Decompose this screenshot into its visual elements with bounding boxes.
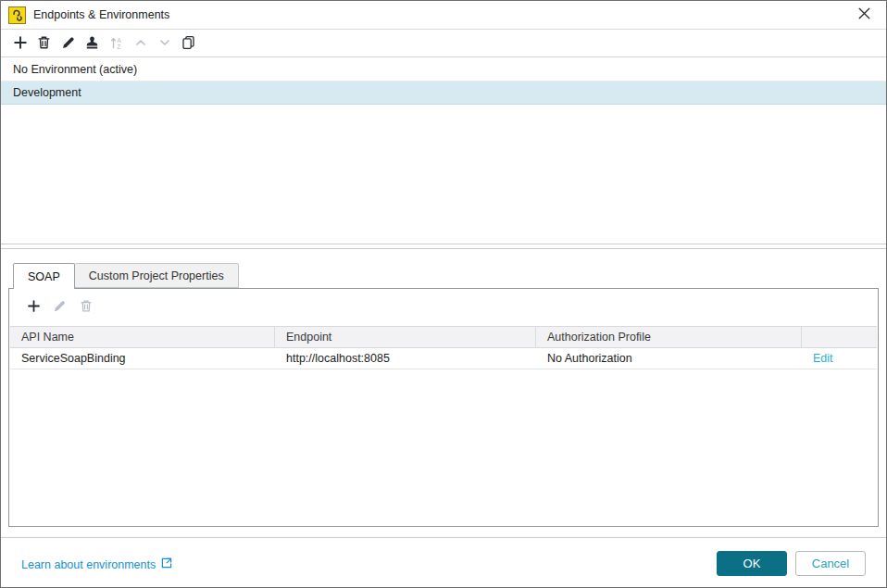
edit-endpoint-link[interactable]: Edit bbox=[813, 352, 833, 365]
delete-environment-button[interactable] bbox=[36, 36, 52, 52]
delete-endpoint-button[interactable] bbox=[78, 300, 94, 316]
table-row[interactable]: ServiceSoapBinding http://localhost:8085… bbox=[10, 348, 877, 369]
splitter-divider bbox=[1, 244, 886, 249]
environment-list: No Environment (active) Development bbox=[1, 58, 886, 105]
environment-item-development[interactable]: Development bbox=[1, 81, 886, 105]
move-environment-up-button[interactable] bbox=[132, 36, 148, 52]
chevron-down-icon bbox=[158, 36, 171, 52]
chevron-up-icon bbox=[134, 36, 147, 52]
close-icon bbox=[858, 7, 870, 22]
tab-custom-project-properties[interactable]: Custom Project Properties bbox=[75, 263, 239, 288]
footer-divider bbox=[1, 537, 886, 538]
svg-text:Z: Z bbox=[117, 43, 120, 49]
environment-label: No Environment (active) bbox=[13, 63, 137, 76]
learn-link-label: Learn about environments bbox=[21, 558, 156, 571]
pencil-icon bbox=[53, 299, 67, 316]
plus-icon bbox=[27, 299, 41, 316]
cancel-button[interactable]: Cancel bbox=[795, 551, 866, 576]
environment-label: Development bbox=[13, 86, 81, 99]
pencil-icon bbox=[61, 35, 76, 53]
plus-icon bbox=[13, 35, 28, 53]
close-button[interactable] bbox=[851, 3, 877, 27]
environment-item-no-environment[interactable]: No Environment (active) bbox=[1, 58, 886, 81]
add-environment-button[interactable] bbox=[12, 36, 28, 52]
column-header-api-name: API Name bbox=[10, 327, 275, 347]
clone-environment-button[interactable] bbox=[84, 36, 100, 52]
dialog-title: Endpoints & Environments bbox=[33, 8, 851, 21]
external-link-icon bbox=[161, 557, 172, 571]
sort-environments-button[interactable]: A Z bbox=[108, 36, 124, 52]
copy-environment-button[interactable] bbox=[181, 36, 196, 52]
trash-icon bbox=[37, 35, 51, 53]
api-name-cell: ServiceSoapBinding bbox=[10, 348, 275, 369]
app-logo-icon bbox=[8, 6, 26, 24]
tab-bar: SOAP Custom Project Properties bbox=[13, 263, 239, 289]
endpoints-table: API Name Endpoint Authorization Profile … bbox=[10, 326, 877, 369]
tab-soap[interactable]: SOAP bbox=[13, 263, 75, 289]
stamp-icon bbox=[85, 35, 99, 53]
edit-environment-button[interactable] bbox=[60, 36, 76, 52]
endpoints-table-header: API Name Endpoint Authorization Profile bbox=[10, 326, 877, 348]
column-header-actions bbox=[802, 327, 877, 347]
edit-endpoint-button[interactable] bbox=[52, 300, 68, 316]
copy-icon bbox=[181, 35, 195, 53]
tab-label: Custom Project Properties bbox=[89, 269, 224, 282]
environments-toolbar: A Z bbox=[1, 31, 886, 57]
endpoint-cell: http://localhost:8085 bbox=[275, 348, 536, 369]
soap-endpoints-panel: API Name Endpoint Authorization Profile … bbox=[8, 288, 879, 527]
auth-profile-cell: No Authorization bbox=[536, 348, 802, 369]
sort-az-icon: A Z bbox=[109, 35, 124, 53]
add-endpoint-button[interactable] bbox=[26, 300, 42, 316]
title-bar: Endpoints & Environments bbox=[1, 1, 886, 30]
endpoints-environments-dialog: Endpoints & Environments bbox=[0, 0, 887, 588]
tab-label: SOAP bbox=[28, 270, 60, 283]
move-environment-down-button[interactable] bbox=[156, 36, 172, 52]
svg-text:A: A bbox=[117, 36, 121, 43]
endpoints-toolbar bbox=[9, 289, 878, 326]
ok-button[interactable]: OK bbox=[717, 551, 787, 576]
trash-icon bbox=[80, 299, 93, 316]
column-header-endpoint: Endpoint bbox=[275, 327, 536, 347]
column-header-authorization-profile: Authorization Profile bbox=[536, 327, 802, 347]
learn-about-environments-link[interactable]: Learn about environments bbox=[21, 557, 172, 571]
